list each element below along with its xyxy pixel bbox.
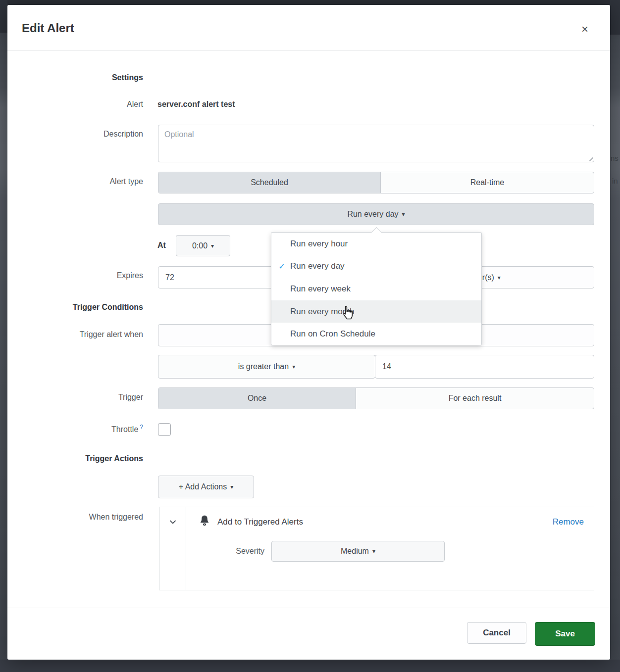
caret-down-icon: ▾ <box>372 548 375 554</box>
alert-type-segmented: Scheduled Real-time <box>158 172 594 193</box>
footer-divider <box>7 608 610 608</box>
schedule-dropdown-value: Run every day <box>347 210 398 219</box>
throttle-checkbox[interactable] <box>158 423 171 436</box>
threshold-input[interactable]: 14 <box>375 355 594 379</box>
overlay-corner-right <box>610 0 620 35</box>
throttle-label: Throttle? <box>7 424 143 434</box>
menu-item-run-every-month[interactable]: Run every month <box>271 300 481 323</box>
trigger-once[interactable]: Once <box>158 388 356 409</box>
comparator-dropdown[interactable]: is greater than ▾ <box>158 355 375 379</box>
menu-item-run-every-week[interactable]: Run every week <box>271 278 481 300</box>
edit-alert-modal: Edit Alert × Settings Alert server.conf … <box>7 5 610 660</box>
background-text-fragment: ns <box>611 154 619 162</box>
severity-label: Severity <box>159 547 264 556</box>
severity-value: Medium <box>341 547 369 556</box>
comparator-value: is greater than <box>238 362 289 371</box>
caret-down-icon: ▾ <box>498 275 501 281</box>
trigger-conditions-heading: Trigger Conditions <box>7 303 143 312</box>
alert-type-label: Alert type <box>7 177 143 186</box>
help-icon[interactable]: ? <box>140 424 143 431</box>
save-button[interactable]: Save <box>535 622 595 646</box>
remove-action-link[interactable]: Remove <box>553 517 584 527</box>
menu-item-run-every-hour[interactable]: Run every hour <box>271 233 481 255</box>
expires-label: Expires <box>7 271 143 280</box>
severity-dropdown[interactable]: Medium ▾ <box>271 541 445 562</box>
cancel-button[interactable]: Cancel <box>467 622 526 644</box>
overlay-corner-left <box>0 0 7 33</box>
throttle-label-text: Throttle <box>111 425 138 433</box>
trigger-alert-when-label: Trigger alert when <box>7 330 143 339</box>
alert-type-realtime[interactable]: Real-time <box>380 172 594 193</box>
caret-down-icon: ▾ <box>230 484 233 490</box>
description-label: Description <box>7 130 143 139</box>
caret-down-icon: ▾ <box>402 211 405 217</box>
menu-item-label: Run every day <box>290 261 345 271</box>
description-input[interactable] <box>158 125 594 162</box>
add-actions-button[interactable]: + Add Actions ▾ <box>158 476 254 498</box>
schedule-dropdown-button[interactable]: Run every day ▾ <box>158 203 594 225</box>
overlay-top-band <box>0 0 620 5</box>
trigger-for-each-result[interactable]: For each result <box>356 388 594 409</box>
menu-item-run-every-day[interactable]: ✓ Run every day <box>271 255 481 278</box>
check-icon: ✓ <box>278 261 285 272</box>
threshold-value: 14 <box>382 362 391 371</box>
when-triggered-label: When triggered <box>7 513 143 522</box>
alert-type-scheduled[interactable]: Scheduled <box>158 172 380 193</box>
menu-item-label: Run every hour <box>290 239 348 249</box>
menu-item-run-on-cron-schedule[interactable]: Run on Cron Schedule <box>271 323 481 345</box>
overlay-bottom-band <box>0 660 620 672</box>
triggered-action-panel: Add to Triggered Alerts Remove Severity … <box>159 507 594 590</box>
action-name: Add to Triggered Alerts <box>217 517 303 527</box>
background-text-fragment: in <box>612 177 618 185</box>
at-time-dropdown[interactable]: 0:00 ▾ <box>176 235 230 256</box>
menu-item-label: Run on Cron Schedule <box>290 329 375 339</box>
trigger-actions-heading: Trigger Actions <box>7 454 143 463</box>
settings-heading: Settings <box>7 73 143 82</box>
menu-item-label: Run every month <box>290 307 354 317</box>
alert-label: Alert <box>7 100 143 109</box>
menu-item-label: Run every week <box>290 284 351 294</box>
modal-header: Edit Alert × <box>7 5 610 51</box>
add-actions-label: + Add Actions <box>179 482 227 491</box>
schedule-menu: Run every hour ✓ Run every day Run every… <box>271 232 482 345</box>
trigger-label: Trigger <box>7 393 143 402</box>
expires-value: 72 <box>165 273 174 282</box>
trigger-segmented: Once For each result <box>158 387 594 409</box>
caret-down-icon: ▾ <box>292 364 295 370</box>
bell-icon <box>198 514 211 528</box>
alert-name-value: server.conf alert test <box>157 100 235 109</box>
at-label: At <box>157 241 166 250</box>
modal-title: Edit Alert <box>22 21 74 35</box>
chevron-down-icon <box>169 518 177 526</box>
caret-down-icon: ▾ <box>211 243 214 249</box>
close-icon[interactable]: × <box>576 20 594 38</box>
at-time-value: 0:00 <box>192 241 207 250</box>
